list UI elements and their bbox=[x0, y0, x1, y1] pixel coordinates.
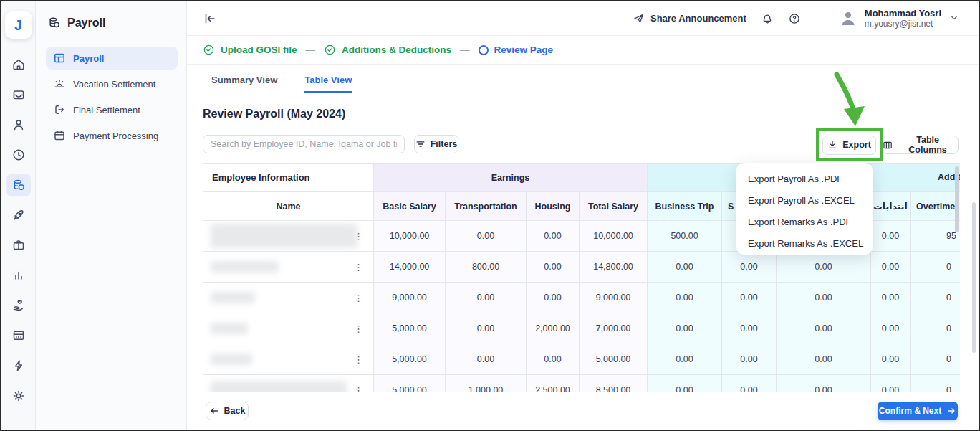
sidebar-item-final-settlement[interactable]: Final Settlement bbox=[46, 98, 178, 121]
help-button[interactable] bbox=[788, 12, 801, 25]
rail-item-home[interactable] bbox=[6, 53, 31, 76]
employee-name-cell: ⋮ bbox=[203, 252, 374, 283]
confirm-next-button[interactable]: Confirm & Next bbox=[878, 402, 958, 420]
table-cell: 0 bbox=[911, 313, 961, 344]
rail-item-attendance[interactable] bbox=[6, 143, 31, 166]
table-cell: 10,000.00 bbox=[580, 221, 648, 252]
export-menu-item[interactable]: Export Remarks As .PDF bbox=[736, 211, 873, 232]
row-actions-menu-button[interactable]: ⋮ bbox=[354, 231, 363, 242]
rocket-icon bbox=[11, 208, 26, 222]
table-cell: 0.00 bbox=[871, 221, 911, 252]
table-cell: 14,000.00 bbox=[374, 252, 446, 283]
table-cell: 0.00 bbox=[446, 283, 527, 313]
employee-name-cell: ⋮ bbox=[203, 313, 374, 344]
table-cell: 0.00 bbox=[527, 344, 580, 375]
lightning-icon bbox=[11, 359, 26, 373]
rail-item-reports[interactable] bbox=[6, 264, 31, 287]
user-menu[interactable]: Mohammad Yosri m.yousry@jisr.net bbox=[839, 8, 960, 29]
table-cell: 7,000.00 bbox=[580, 313, 648, 344]
search-input[interactable] bbox=[211, 139, 397, 149]
row-actions-menu-button[interactable]: ⋮ bbox=[354, 323, 363, 334]
table-cell: 0.00 bbox=[648, 344, 722, 375]
step-upload-gosi[interactable]: Upload GOSI file bbox=[203, 44, 297, 56]
column-header: Basic Salary bbox=[374, 192, 446, 221]
table-cell: 14,800.00 bbox=[580, 252, 648, 283]
table-cell: 0.00 bbox=[777, 283, 871, 313]
rail-item-employees[interactable] bbox=[6, 113, 31, 136]
exit-arrow-icon bbox=[53, 103, 66, 116]
table-cell: 10,000.00 bbox=[374, 221, 446, 252]
jisr-logo[interactable]: J bbox=[5, 11, 32, 39]
row-actions-menu-button[interactable]: ⋮ bbox=[354, 354, 363, 365]
user-name: Mohammad Yosri bbox=[865, 8, 941, 19]
gear-icon bbox=[11, 389, 26, 403]
table-cell: 0.00 bbox=[777, 313, 871, 344]
table-cell: 800.00 bbox=[446, 252, 527, 283]
filters-button[interactable]: Filters bbox=[414, 135, 458, 153]
clock-icon bbox=[11, 148, 26, 162]
sidebar-header: Payroll bbox=[46, 16, 178, 29]
table-cell: 5,000.00 bbox=[580, 344, 648, 375]
export-label: Export bbox=[842, 140, 871, 150]
rail-item-automation[interactable] bbox=[6, 354, 31, 377]
export-button[interactable]: Export bbox=[822, 136, 876, 155]
avatar bbox=[839, 9, 858, 27]
tab-table-view[interactable]: Table View bbox=[304, 75, 352, 93]
table-columns-button[interactable]: Table Columns bbox=[882, 136, 959, 154]
sidebar-item-payment-processing[interactable]: Payment Processing bbox=[46, 124, 178, 147]
table-cell: 0.00 bbox=[648, 375, 722, 394]
export-menu-item[interactable]: Export Payroll As .PDF bbox=[736, 168, 873, 189]
step-additions-deductions[interactable]: Additions & Deductions bbox=[324, 44, 451, 56]
blurred-employee-name bbox=[211, 261, 279, 273]
check-circle-icon bbox=[324, 44, 336, 56]
sidebar-item-payroll[interactable]: Payroll bbox=[46, 47, 178, 70]
table-cell: 0.00 bbox=[777, 344, 871, 375]
table-cell: 0.00 bbox=[446, 313, 527, 344]
table-scrollbar-thumb[interactable] bbox=[955, 166, 959, 232]
table-cell: 0.00 bbox=[648, 313, 722, 344]
notifications-button[interactable] bbox=[761, 12, 774, 25]
export-menu-item[interactable]: Export Remarks As .EXCEL bbox=[736, 232, 873, 254]
step-review-page[interactable]: Review Page bbox=[479, 44, 554, 55]
employee-name-cell: ⋮ bbox=[203, 375, 374, 394]
table-cell: 2,500.00 bbox=[527, 375, 580, 394]
tab-summary-view[interactable]: Summary View bbox=[211, 75, 277, 93]
rail-item-payroll[interactable] bbox=[6, 174, 31, 196]
collapse-sidebar-button[interactable] bbox=[203, 12, 217, 25]
column-group-header: Employee Information bbox=[203, 164, 374, 192]
row-actions-menu-button[interactable]: ⋮ bbox=[354, 293, 363, 303]
share-announcement-button[interactable]: Share Announcement bbox=[633, 12, 746, 24]
sidebar-item-label: Final Settlement bbox=[73, 105, 140, 115]
table-cell: 0.00 bbox=[446, 344, 527, 375]
column-header: انتدابات bbox=[871, 192, 911, 221]
export-menu-item[interactable]: Export Payroll As .EXCEL bbox=[736, 189, 873, 211]
page-scrollbar-thumb[interactable] bbox=[972, 202, 976, 353]
table-cell: 0.00 bbox=[871, 252, 911, 283]
step-separator: — bbox=[306, 44, 316, 55]
module-sidebar: Payroll Payroll Vacation Settlement Fina… bbox=[36, 1, 187, 430]
collapse-icon bbox=[203, 12, 217, 25]
rail-item-marketplace[interactable] bbox=[6, 324, 31, 347]
sidebar-item-label: Payment Processing bbox=[73, 131, 158, 141]
back-button[interactable]: Back bbox=[206, 402, 249, 420]
rail-item-organization[interactable] bbox=[6, 234, 31, 257]
payroll-coins-icon bbox=[11, 178, 26, 192]
help-icon bbox=[788, 12, 801, 25]
rail-item-performance[interactable] bbox=[6, 204, 31, 227]
employee-search[interactable] bbox=[203, 135, 405, 153]
column-header: Transportation bbox=[446, 192, 527, 221]
footer-bar: Back Confirm & Next bbox=[187, 392, 979, 430]
column-header: Name bbox=[203, 192, 374, 221]
arrow-right-icon bbox=[946, 406, 956, 416]
rail-item-settings[interactable] bbox=[6, 384, 31, 407]
rail-item-inbox[interactable] bbox=[6, 83, 31, 106]
row-actions-menu-button[interactable]: ⋮ bbox=[354, 262, 363, 273]
rail-item-benefits[interactable] bbox=[6, 294, 31, 317]
table-cell: 9,000.00 bbox=[374, 283, 446, 313]
sidebar-item-vacation-settlement[interactable]: Vacation Settlement bbox=[46, 72, 178, 95]
employee-name-cell: ⋮ bbox=[203, 221, 374, 252]
table-row: ⋮5,000.000.000.005,000.000.000.000.000.0… bbox=[203, 344, 961, 375]
blurred-employee-name bbox=[211, 292, 255, 303]
bar-chart-icon bbox=[11, 268, 26, 283]
table-cell: 0 bbox=[911, 375, 961, 394]
